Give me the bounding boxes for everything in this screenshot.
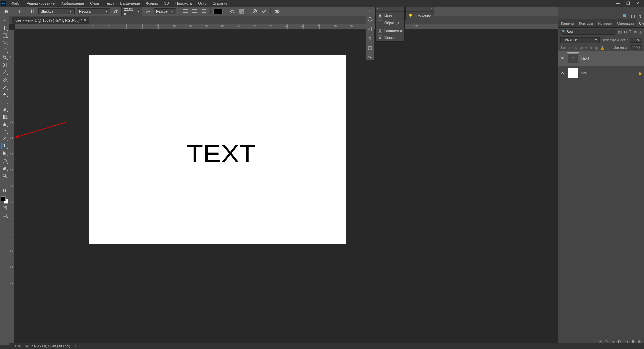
fill-value[interactable]: 100% xyxy=(630,45,642,50)
character-panel-icon[interactable] xyxy=(238,8,245,15)
color-picker[interactable] xyxy=(1,196,8,204)
3d-icon[interactable]: 3D xyxy=(274,8,281,15)
layer-name[interactable]: TEXT xyxy=(581,56,590,60)
menu-layers[interactable]: Слои xyxy=(87,1,102,6)
glyphs-icon[interactable]: ᵃA xyxy=(367,54,373,60)
search-icon[interactable]: 🔍 xyxy=(622,14,628,19)
edit-toolbar-icon[interactable] xyxy=(1,187,8,193)
shape-tool[interactable] xyxy=(1,158,8,164)
document-tab[interactable]: Без имени-1 @ 100% (TEXT, RGB/8#) * × xyxy=(12,17,89,24)
opacity-value[interactable]: 100% xyxy=(630,38,642,43)
flyout-patterns[interactable]: ▦Узоры xyxy=(376,34,404,41)
menu-file[interactable]: Файл xyxy=(9,1,23,6)
canvas-viewport[interactable]: TEXT xyxy=(15,30,644,345)
eyedropper-tool[interactable] xyxy=(1,69,8,75)
tab-history[interactable]: История xyxy=(595,19,614,27)
maximize-button[interactable]: ❐ xyxy=(625,1,631,6)
orientation-icon[interactable] xyxy=(29,8,36,15)
filter-smart-icon[interactable]: ◫ xyxy=(639,30,642,34)
home-icon[interactable] xyxy=(3,8,10,15)
layer-row[interactable]: 👁 T TEXT xyxy=(558,51,644,66)
path-select-tool[interactable] xyxy=(1,150,8,157)
libraries-icon[interactable] xyxy=(367,45,373,50)
zoom-tool[interactable] xyxy=(1,173,8,179)
status-chevron-icon[interactable]: 〉 xyxy=(75,344,78,349)
warp-text-icon[interactable] xyxy=(229,8,236,15)
more-tools[interactable]: ⋯ xyxy=(1,180,8,186)
pen-tool[interactable] xyxy=(1,136,8,142)
share-icon[interactable]: ⇪ xyxy=(638,14,642,19)
flyout-gradients[interactable]: ▤Градиенты xyxy=(376,27,404,34)
workspace-icon[interactable]: ▢ xyxy=(631,14,635,19)
font-style-dropdown[interactable]: Regular▼ xyxy=(77,8,110,14)
menu-filter[interactable]: Фильтр xyxy=(143,1,161,6)
history-brush-tool[interactable] xyxy=(1,99,8,105)
menu-window[interactable]: Окно xyxy=(195,1,209,6)
heal-tool[interactable] xyxy=(1,77,8,83)
blend-mode-dropdown[interactable]: Обычные▼ xyxy=(560,37,600,43)
brush-tool[interactable] xyxy=(1,84,8,90)
expand-icon[interactable]: » xyxy=(1,17,8,24)
align-left-icon[interactable] xyxy=(182,8,189,15)
canvas-text[interactable]: TEXT xyxy=(187,140,256,167)
gradient-tool[interactable] xyxy=(1,114,8,120)
menu-text[interactable]: Текст xyxy=(102,1,117,6)
blur-tool[interactable] xyxy=(1,121,8,127)
antialias-dropdown[interactable]: Резкое▼ xyxy=(154,8,176,14)
tab-actions[interactable]: Операции xyxy=(614,19,636,27)
character-icon[interactable]: A| xyxy=(367,26,373,32)
zoom-level[interactable]: 100% xyxy=(12,344,21,348)
type-tool[interactable]: T xyxy=(1,143,8,149)
lock-move-icon[interactable]: ✥ xyxy=(590,46,593,50)
visibility-icon[interactable]: 👁 xyxy=(560,56,565,61)
marquee-tool[interactable] xyxy=(1,32,8,38)
visibility-icon[interactable]: 👁 xyxy=(560,71,565,75)
lock-position-icon[interactable]: ✎ xyxy=(585,46,588,50)
collapse-chevron-icon[interactable]: » xyxy=(369,9,371,13)
wand-tool[interactable] xyxy=(1,47,8,53)
minimize-button[interactable]: — xyxy=(615,1,622,6)
align-center-icon[interactable] xyxy=(191,8,198,15)
doc-dimensions[interactable]: 82,97 мм x 60,96 мм (300 ppi) xyxy=(25,344,70,348)
tab-layers[interactable]: Слои xyxy=(636,19,644,27)
layer-row[interactable]: 👁 Фон 🔒 xyxy=(558,66,644,80)
tab-paths[interactable]: Контуры xyxy=(576,19,595,27)
lock-artboard-icon[interactable]: ▣ xyxy=(595,46,598,50)
layer-filter-input[interactable]: Вид xyxy=(560,29,617,35)
commit-icon[interactable] xyxy=(260,8,268,15)
lock-all-icon[interactable]: 🔒 xyxy=(600,46,604,50)
text-color-swatch[interactable] xyxy=(213,9,223,14)
menu-select[interactable]: Выделение xyxy=(118,1,143,6)
menu-help[interactable]: Справка xyxy=(210,1,230,6)
quick-mask-icon[interactable] xyxy=(1,205,8,211)
eraser-tool[interactable] xyxy=(1,106,8,112)
close-button[interactable]: ✕ xyxy=(635,1,641,6)
filter-shape-icon[interactable]: ▭ xyxy=(633,30,637,34)
lock-pixels-icon[interactable]: ▨ xyxy=(580,46,583,50)
filter-pixel-icon[interactable]: ▨ xyxy=(618,30,622,34)
frame-tool[interactable] xyxy=(1,62,8,68)
lasso-tool[interactable] xyxy=(1,40,8,46)
layer-thumbnail[interactable]: T xyxy=(568,53,578,63)
menu-3d[interactable]: 3D xyxy=(162,1,172,6)
menu-image[interactable]: Изображение xyxy=(58,1,87,6)
layer-thumbnail[interactable] xyxy=(568,68,578,78)
menu-edit[interactable]: Редактирование xyxy=(24,1,57,6)
paragraph-icon[interactable]: ¶ xyxy=(367,36,373,41)
filter-adjust-icon[interactable]: ◐ xyxy=(624,30,627,34)
flyout-chevron-icon[interactable]: » xyxy=(377,7,379,11)
canvas[interactable]: TEXT xyxy=(89,55,346,244)
font-family-dropdown[interactable]: Blackye▼ xyxy=(38,8,75,14)
align-right-icon[interactable] xyxy=(200,8,208,15)
properties-icon[interactable]: i xyxy=(367,17,373,22)
menu-view[interactable]: Просмотр xyxy=(172,1,195,6)
screenmode-icon[interactable] xyxy=(1,212,8,218)
close-tab-icon[interactable]: × xyxy=(84,18,86,22)
move-tool[interactable] xyxy=(1,25,8,31)
filter-type-icon[interactable]: T xyxy=(629,30,631,34)
crop-tool[interactable] xyxy=(1,54,8,60)
flyout-color[interactable]: ◉Цвет xyxy=(376,12,404,19)
stamp-tool[interactable] xyxy=(1,91,8,97)
flyout-swatches[interactable]: ⊞Образцы xyxy=(376,19,404,27)
tab-channels[interactable]: Каналы xyxy=(558,19,576,27)
